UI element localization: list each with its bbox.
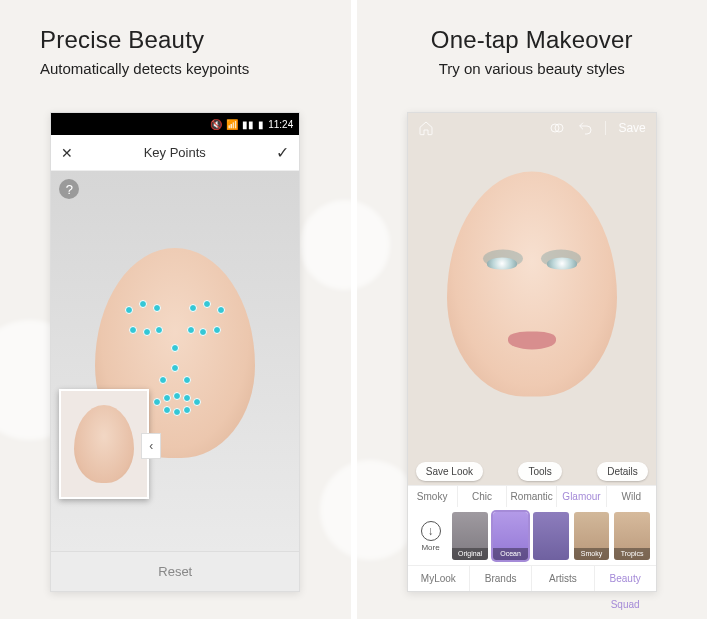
- keypoint[interactable]: [199, 328, 207, 336]
- home-icon[interactable]: [418, 120, 434, 136]
- bottom-nav: MyLook Brands Artists Beauty Squad: [408, 565, 656, 591]
- keypoint[interactable]: [183, 376, 191, 384]
- keypoint[interactable]: [171, 344, 179, 352]
- keypoint[interactable]: [125, 306, 133, 314]
- keypoint[interactable]: [217, 306, 225, 314]
- nav-brands[interactable]: Brands: [470, 566, 532, 591]
- more-looks-button[interactable]: More: [414, 521, 448, 552]
- nav-mylook[interactable]: MyLook: [408, 566, 470, 591]
- keypoint[interactable]: [183, 406, 191, 414]
- style-tab-chic[interactable]: Chic: [458, 486, 508, 507]
- heading-left: Precise Beauty Automatically detects key…: [0, 26, 351, 77]
- help-icon[interactable]: ?: [59, 179, 79, 199]
- style-tab-glamour[interactable]: Glamour: [557, 486, 607, 507]
- keypoint[interactable]: [173, 408, 181, 416]
- eye: [487, 258, 517, 270]
- face-inset-preview[interactable]: ‹: [59, 389, 149, 499]
- details-button[interactable]: Details: [597, 462, 648, 481]
- reset-button[interactable]: Reset: [51, 551, 299, 591]
- thumb-label: Ocean: [493, 548, 528, 560]
- nav-beauty-squad[interactable]: Beauty Squad: [595, 566, 656, 591]
- makeover-canvas[interactable]: Save Save Look Tools Details: [408, 113, 656, 485]
- separator: [605, 121, 606, 135]
- eye: [547, 258, 577, 270]
- subtitle-left: Automatically detects keypoints: [40, 60, 351, 77]
- keypoint[interactable]: [187, 326, 195, 334]
- compare-icon[interactable]: [549, 120, 565, 136]
- keypoint[interactable]: [171, 364, 179, 372]
- style-tab-smoky[interactable]: Smoky: [408, 486, 458, 507]
- panel-precise-beauty: Precise Beauty Automatically detects key…: [0, 0, 351, 619]
- close-icon[interactable]: [61, 144, 73, 162]
- wifi-icon: 📶: [226, 119, 238, 130]
- keypoint[interactable]: [163, 406, 171, 414]
- canvas-top-overlay: Save: [408, 113, 656, 143]
- style-tab-romantic[interactable]: Romantic: [507, 486, 557, 507]
- model-face: [447, 172, 617, 397]
- look-thumbnails: More Original Ocean Smoky Tropics: [408, 507, 656, 565]
- look-thumb-tropics[interactable]: Tropics: [614, 512, 649, 560]
- look-thumb-blank[interactable]: [533, 512, 568, 560]
- download-icon: [421, 521, 441, 541]
- keypoint[interactable]: [129, 326, 137, 334]
- keypoint[interactable]: [213, 326, 221, 334]
- tools-button[interactable]: Tools: [518, 462, 561, 481]
- nav-artists[interactable]: Artists: [532, 566, 594, 591]
- title-left: Precise Beauty: [40, 26, 351, 54]
- keypoint[interactable]: [173, 392, 181, 400]
- device-makeover: Save Save Look Tools Details Smoky Chic …: [407, 112, 657, 592]
- keypoint[interactable]: [155, 326, 163, 334]
- status-bar: 🔇 📶 ▮▮ ▮ 11:24: [51, 113, 299, 135]
- more-label: More: [421, 543, 439, 552]
- save-button[interactable]: Save: [618, 121, 645, 135]
- keypoint[interactable]: [203, 300, 211, 308]
- status-time: 11:24: [268, 119, 293, 130]
- keypoint[interactable]: [139, 300, 147, 308]
- device-keypoints: 🔇 📶 ▮▮ ▮ 11:24 Key Points ?: [50, 112, 300, 592]
- keypoint[interactable]: [153, 398, 161, 406]
- battery-icon: ▮: [258, 119, 264, 130]
- confirm-icon[interactable]: [276, 143, 289, 162]
- heading-right: One-tap Makeover Try on various beauty s…: [357, 26, 708, 77]
- keypoint[interactable]: [159, 376, 167, 384]
- app-bar: Key Points: [51, 135, 299, 171]
- look-thumb-ocean[interactable]: Ocean: [493, 512, 528, 560]
- mini-face: [74, 405, 134, 483]
- panel-one-tap-makeover: One-tap Makeover Try on various beauty s…: [357, 0, 708, 619]
- style-tab-wild[interactable]: Wild: [607, 486, 656, 507]
- keypoint[interactable]: [193, 398, 201, 406]
- style-tabs: Smoky Chic Romantic Glamour Wild: [408, 485, 656, 507]
- save-look-button[interactable]: Save Look: [416, 462, 483, 481]
- chevron-left-icon[interactable]: ‹: [141, 433, 161, 459]
- keypoints-canvas[interactable]: ‹: [51, 171, 299, 551]
- look-thumb-smoky[interactable]: Smoky: [574, 512, 609, 560]
- thumb-label: Original: [452, 548, 487, 560]
- subtitle-right: Try on various beauty styles: [357, 60, 708, 77]
- keypoint[interactable]: [163, 394, 171, 402]
- signal-icon: ▮▮: [242, 119, 254, 130]
- keypoint[interactable]: [143, 328, 151, 336]
- keypoint[interactable]: [153, 304, 161, 312]
- mute-icon: 🔇: [210, 119, 222, 130]
- keypoint[interactable]: [183, 394, 191, 402]
- thumb-label: Smoky: [574, 548, 609, 560]
- keypoint[interactable]: [189, 304, 197, 312]
- undo-icon[interactable]: [577, 120, 593, 136]
- action-pill-row: Save Look Tools Details: [408, 456, 656, 485]
- look-thumb-original[interactable]: Original: [452, 512, 487, 560]
- title-right: One-tap Makeover: [357, 26, 708, 54]
- appbar-title: Key Points: [144, 145, 206, 160]
- thumb-label: Tropics: [614, 548, 649, 560]
- lips: [508, 332, 556, 350]
